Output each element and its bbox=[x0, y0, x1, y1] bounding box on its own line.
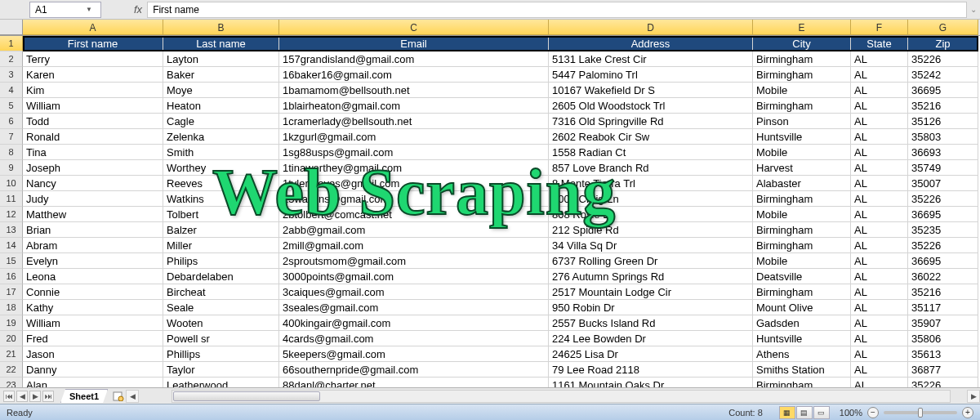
cell[interactable]: 276 Autumn Springs Rd bbox=[549, 269, 753, 284]
cell[interactable]: 3caiques@gmail.com bbox=[279, 284, 549, 300]
cell[interactable]: Tolbert bbox=[163, 207, 279, 222]
tab-nav-prev-icon[interactable]: ◀ bbox=[16, 391, 28, 402]
cell[interactable]: 1558 Radian Ct bbox=[549, 145, 753, 160]
row-number[interactable]: 14 bbox=[0, 238, 23, 253]
cell[interactable]: Huntsville bbox=[753, 331, 851, 346]
cell[interactable]: Karen bbox=[23, 67, 163, 83]
header-cell[interactable]: Zip bbox=[908, 36, 978, 51]
row-number[interactable]: 6 bbox=[0, 114, 23, 129]
cell[interactable]: Ronald bbox=[23, 129, 163, 145]
view-page-layout-icon[interactable]: ▤ bbox=[796, 406, 813, 419]
hscroll-left-icon[interactable]: ◀ bbox=[126, 390, 139, 403]
cell[interactable]: 36022 bbox=[908, 269, 978, 284]
cell[interactable]: AL bbox=[851, 207, 908, 222]
cell[interactable]: 2605 Old Woodstock Trl bbox=[549, 98, 753, 114]
cell[interactable]: Leona bbox=[23, 269, 163, 284]
row-number[interactable]: 19 bbox=[0, 315, 23, 331]
cell[interactable]: Athens bbox=[753, 346, 851, 362]
tab-nav-first-icon[interactable]: ⏮ bbox=[3, 391, 15, 402]
cell[interactable]: Mobile bbox=[753, 207, 851, 222]
header-cell[interactable]: Address bbox=[549, 36, 753, 51]
cell[interactable]: 66southernpride@gmail.com bbox=[279, 362, 549, 378]
cell[interactable]: Harvest bbox=[753, 160, 851, 176]
row-number[interactable]: 11 bbox=[0, 191, 23, 207]
cell[interactable]: 224 Lee Bowden Dr bbox=[549, 331, 753, 346]
view-normal-icon[interactable]: ▦ bbox=[779, 406, 795, 419]
cell[interactable]: AL bbox=[851, 300, 908, 315]
cell[interactable]: AL bbox=[851, 160, 908, 176]
cell[interactable]: 1cramerlady@bellsouth.net bbox=[279, 114, 549, 129]
row-number[interactable]: 3 bbox=[0, 67, 23, 83]
cell[interactable]: Birmingham bbox=[753, 284, 851, 300]
cell[interactable]: Birmingham bbox=[753, 98, 851, 114]
row-number[interactable]: 20 bbox=[0, 331, 23, 346]
cell[interactable]: 212 Spidle Rd bbox=[549, 222, 753, 238]
cell[interactable]: 2517 Mountain Lodge Cir bbox=[549, 284, 753, 300]
cell[interactable]: 808 Rosie Dr bbox=[549, 207, 753, 222]
cell[interactable]: 10167 Wakefield Dr S bbox=[549, 83, 753, 98]
cell[interactable]: 35216 bbox=[908, 284, 978, 300]
cell[interactable]: Mobile bbox=[753, 253, 851, 269]
cell[interactable]: Heaton bbox=[163, 98, 279, 114]
cell[interactable]: 2602 Reabok Cir Sw bbox=[549, 129, 753, 145]
cell[interactable]: 2557 Bucks Island Rd bbox=[549, 315, 753, 331]
cell[interactable]: Brian bbox=[23, 222, 163, 238]
cell[interactable]: 24625 Lisa Dr bbox=[549, 346, 753, 362]
tab-nav-next-icon[interactable]: ▶ bbox=[29, 391, 41, 402]
column-header-E[interactable]: E bbox=[753, 20, 851, 35]
cell[interactable]: 1sg88usps@gmail.com bbox=[279, 145, 549, 160]
cell[interactable]: 35007 bbox=[908, 176, 978, 191]
column-header-B[interactable]: B bbox=[163, 20, 279, 35]
cell[interactable]: Moye bbox=[163, 83, 279, 98]
cell[interactable]: Jason bbox=[23, 346, 163, 362]
cell[interactable]: Taylor bbox=[163, 362, 279, 378]
row-number[interactable]: 4 bbox=[0, 83, 23, 98]
cell[interactable]: 4cards@gmail.com bbox=[279, 331, 549, 346]
grid[interactable]: 1 First nameLast nameEmailAddressCitySta… bbox=[0, 36, 980, 409]
row-number[interactable]: 7 bbox=[0, 129, 23, 145]
cell[interactable]: AL bbox=[851, 331, 908, 346]
zoom-out-icon[interactable]: − bbox=[867, 407, 879, 418]
row-number[interactable]: 9 bbox=[0, 160, 23, 176]
cell[interactable]: 35117 bbox=[908, 300, 978, 315]
cell[interactable]: 7316 Old Springville Rd bbox=[549, 114, 753, 129]
cell[interactable]: 36695 bbox=[908, 207, 978, 222]
select-all-corner[interactable] bbox=[0, 20, 23, 35]
cell[interactable]: AL bbox=[851, 129, 908, 145]
cell[interactable]: 6737 Rolling Green Dr bbox=[549, 253, 753, 269]
cell[interactable]: AL bbox=[851, 145, 908, 160]
header-cell[interactable]: State bbox=[851, 36, 908, 51]
cell[interactable]: Connie bbox=[23, 284, 163, 300]
cell[interactable]: Huntsville bbox=[753, 129, 851, 145]
tab-nav-last-icon[interactable]: ⏭ bbox=[42, 391, 54, 402]
cell[interactable]: Balzer bbox=[163, 222, 279, 238]
cell[interactable]: Matthew bbox=[23, 207, 163, 222]
cell[interactable]: Layton bbox=[163, 51, 279, 67]
cell[interactable]: 2abb@gmail.com bbox=[279, 222, 549, 238]
cell[interactable]: Kathy bbox=[23, 300, 163, 315]
cell[interactable]: William bbox=[23, 98, 163, 114]
row-number[interactable]: 21 bbox=[0, 346, 23, 362]
cell[interactable]: Judy bbox=[23, 191, 163, 207]
cell[interactable]: Smith bbox=[163, 145, 279, 160]
zoom-in-icon[interactable]: + bbox=[962, 407, 973, 418]
row-number[interactable]: 13 bbox=[0, 222, 23, 238]
cell[interactable]: AL bbox=[851, 269, 908, 284]
cell[interactable]: Pinson bbox=[753, 114, 851, 129]
cell[interactable]: AL bbox=[851, 253, 908, 269]
row-number[interactable]: 16 bbox=[0, 269, 23, 284]
cell[interactable]: AL bbox=[851, 176, 908, 191]
formula-input[interactable]: First name bbox=[147, 2, 967, 18]
cell[interactable]: 857 Love Branch Rd bbox=[549, 160, 753, 176]
column-header-D[interactable]: D bbox=[549, 20, 753, 35]
cell[interactable]: Zelenka bbox=[163, 129, 279, 145]
header-cell[interactable]: City bbox=[753, 36, 851, 51]
cell[interactable]: Powell sr bbox=[163, 331, 279, 346]
cell[interactable]: 36695 bbox=[908, 253, 978, 269]
cell[interactable]: 1blairheaton@gmail.com bbox=[279, 98, 549, 114]
cell[interactable]: 1tinaworthey@gmail.com bbox=[279, 160, 549, 176]
row-number[interactable]: 15 bbox=[0, 253, 23, 269]
row-number[interactable]: 2 bbox=[0, 51, 23, 67]
cell[interactable]: AL bbox=[851, 315, 908, 331]
cell[interactable]: 2008 Craig Ln bbox=[549, 191, 753, 207]
